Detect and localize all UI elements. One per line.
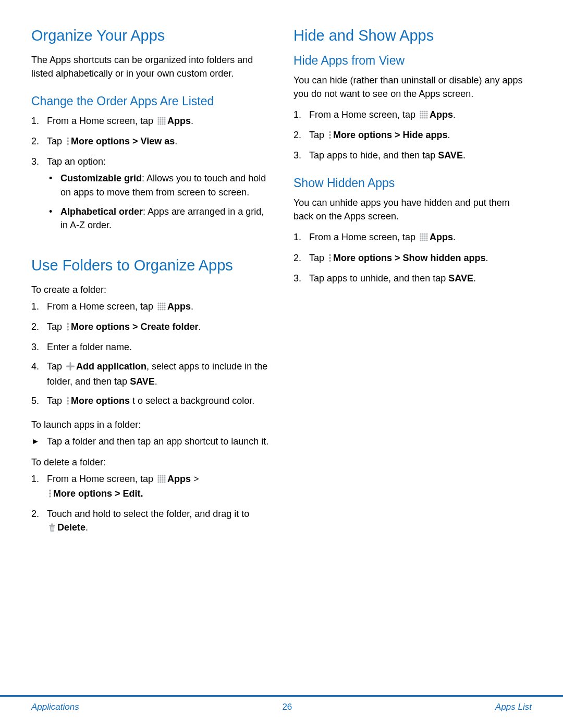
apps-icon — [420, 231, 428, 245]
text-bold: Apps — [167, 116, 191, 126]
text: t o select a background color. — [130, 396, 254, 406]
text: Tap apps to unhide, and then tap — [309, 273, 448, 283]
text-bold: More options — [71, 396, 130, 406]
list-item: Tap More options t o select a background… — [31, 394, 270, 409]
text-bold: More options > Create folder — [71, 322, 199, 332]
text: Tap — [47, 361, 65, 372]
steps-hide-apps: From a Home screen, tap Apps. Tap More o… — [293, 108, 532, 162]
intro-organize: The Apps shortcuts can be organized into… — [31, 53, 270, 80]
apps-icon — [157, 301, 166, 314]
text: From a Home screen, tap — [47, 474, 156, 484]
arrow-item: Tap a folder and then tap an app shortcu… — [31, 435, 270, 448]
more-options-icon — [48, 488, 52, 501]
steps-show-hidden: From a Home screen, tap Apps. Tap More o… — [293, 230, 532, 285]
page-footer: Applications 26 Apps List — [0, 695, 563, 712]
lead-delete-folder: To delete a folder: — [31, 455, 270, 469]
list-item: Touch and hold to select the folder, and… — [31, 507, 270, 535]
apps-icon — [157, 115, 166, 129]
text: From a Home screen, tap — [47, 301, 156, 312]
apps-icon — [420, 109, 428, 122]
intro-show-hidden: You can unhide apps you have hidden and … — [293, 196, 532, 223]
plus-icon — [66, 361, 75, 374]
list-item: Tap More options > Create folder. — [31, 320, 270, 335]
heading-use-folders: Use Folders to Organize Apps — [31, 256, 270, 275]
text: Tap apps to hide, and then tap — [309, 150, 438, 161]
heading-hide-show-apps: Hide and Show Apps — [293, 26, 532, 45]
text-bold: SAVE — [448, 273, 473, 283]
more-options-icon — [66, 135, 69, 149]
footer-page-number: 26 — [282, 702, 292, 712]
text: > — [191, 474, 199, 484]
text: Tap — [309, 253, 327, 263]
text-bold: Alphabetical order — [60, 206, 143, 217]
text: Tap — [309, 130, 327, 140]
more-options-icon — [66, 321, 69, 335]
text: Tap — [47, 322, 65, 332]
more-options-icon — [328, 129, 332, 143]
footer-left: Applications — [31, 702, 79, 712]
left-column: Organize Your Apps The Apps shortcuts ca… — [31, 26, 270, 545]
apps-icon — [157, 473, 166, 487]
list-item: Alphabetical order: Apps are arranged in… — [47, 205, 270, 232]
list-item: Tap Add application, select apps to incl… — [31, 360, 270, 388]
footer-right: Apps List — [495, 702, 532, 712]
text-bold: SAVE — [130, 376, 155, 387]
text: Tap — [47, 136, 65, 146]
list-item: Customizable grid: Allows you to touch a… — [47, 171, 270, 199]
intro-hide-apps: You can hide (rather than uninstall or d… — [293, 73, 532, 101]
text: Tap a folder and then tap an app shortcu… — [47, 436, 268, 447]
heading-organize-your-apps: Organize Your Apps — [31, 26, 270, 45]
more-options-icon — [66, 395, 69, 409]
sub-bullets: Customizable grid: Allows you to touch a… — [47, 171, 270, 231]
text: Tap an option: — [47, 156, 106, 167]
list-item: Tap an option: Customizable grid: Allows… — [31, 155, 270, 231]
text-bold: Customizable grid — [60, 173, 142, 183]
text-bold: Delete — [57, 522, 85, 533]
heading-hide-apps: Hide Apps from View — [293, 53, 532, 68]
list-item: From a Home screen, tap Apps. — [31, 114, 270, 129]
text: Enter a folder name. — [47, 342, 132, 352]
lead-launch-folder: To launch apps in a folder: — [31, 418, 270, 431]
text-bold: Apps — [167, 301, 191, 312]
list-item: Tap More options > View as. — [31, 134, 270, 149]
text: From a Home screen, tap — [309, 109, 418, 120]
text-bold: More options > Edit. — [53, 488, 143, 499]
text-bold: More options > View as — [71, 136, 175, 146]
text-bold: Apps — [430, 109, 453, 120]
list-item: Enter a folder name. — [31, 340, 270, 354]
list-item: From a Home screen, tap Apps > More opti… — [31, 472, 270, 501]
text: Tap — [47, 396, 65, 406]
text: From a Home screen, tap — [47, 116, 156, 126]
more-options-icon — [328, 252, 332, 266]
steps-create-folder: From a Home screen, tap Apps. Tap More o… — [31, 300, 270, 409]
page-body: Organize Your Apps The Apps shortcuts ca… — [0, 0, 563, 545]
right-column: Hide and Show Apps Hide Apps from View Y… — [293, 26, 532, 545]
text-bold: Apps — [167, 474, 191, 484]
list-item: Tap apps to unhide, and then tap SAVE. — [293, 272, 532, 285]
text: Touch and hold to select the folder, and… — [47, 509, 249, 519]
heading-change-order: Change the Order Apps Are Listed — [31, 94, 270, 109]
text-bold: More options > Hide apps — [333, 130, 448, 140]
text-bold: Apps — [430, 232, 453, 242]
list-item: Tap apps to hide, and then tap SAVE. — [293, 149, 532, 162]
text-bold: SAVE — [438, 150, 463, 161]
list-item: Tap More options > Hide apps. — [293, 128, 532, 143]
lead-create-folder: To create a folder: — [31, 283, 270, 297]
steps-change-order: From a Home screen, tap Apps. Tap More o… — [31, 114, 270, 232]
list-item: Tap More options > Show hidden apps. — [293, 251, 532, 266]
heading-show-hidden-apps: Show Hidden Apps — [293, 176, 532, 191]
text-bold: More options > Show hidden apps — [333, 253, 486, 263]
steps-delete-folder: From a Home screen, tap Apps > More opti… — [31, 472, 270, 535]
list-item: From a Home screen, tap Apps. — [293, 230, 532, 245]
trash-icon — [48, 522, 56, 535]
text-bold: Add application — [76, 361, 146, 372]
list-item: From a Home screen, tap Apps. — [293, 108, 532, 122]
text: From a Home screen, tap — [309, 232, 418, 242]
list-item: From a Home screen, tap Apps. — [31, 300, 270, 314]
